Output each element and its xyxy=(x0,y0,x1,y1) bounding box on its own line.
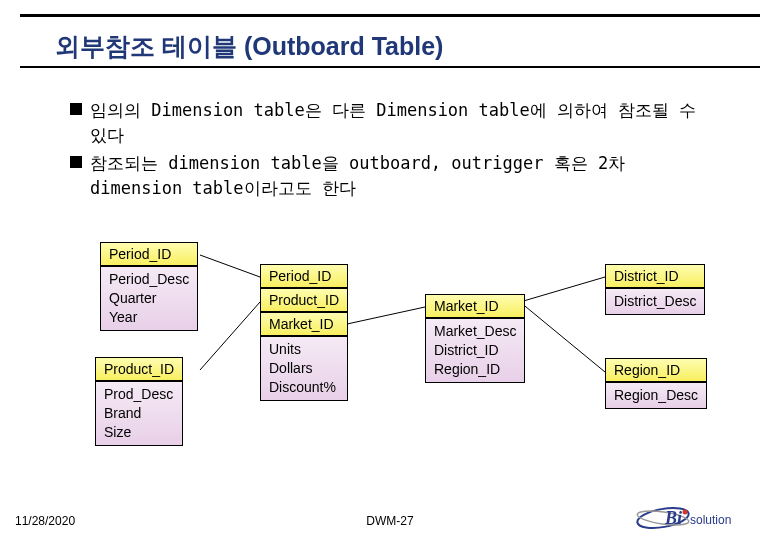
table-body: Region_Desc xyxy=(605,382,707,409)
period-table: Period_ID Period_Desc Quarter Year xyxy=(100,242,198,331)
region-table: Region_ID Region_Desc xyxy=(605,358,707,409)
table-header: District_ID xyxy=(605,264,705,288)
square-bullet-icon xyxy=(70,156,82,168)
logo-text-main: Bi xyxy=(664,508,682,528)
svg-line-1 xyxy=(200,302,260,370)
svg-line-0 xyxy=(200,255,260,277)
top-divider xyxy=(20,14,760,17)
title-underline xyxy=(20,66,760,68)
svg-line-4 xyxy=(520,302,605,372)
market-table: Market_ID Market_Desc District_ID Region… xyxy=(425,294,525,383)
footer-page-number: DWM-27 xyxy=(366,514,413,528)
er-diagram: Period_ID Period_Desc Quarter Year Produ… xyxy=(75,242,750,480)
bullet-text: 참조되는 dimension table을 outboard, outrigge… xyxy=(90,151,720,200)
table-body: Prod_Desc Brand Size xyxy=(95,381,183,446)
logo-text-sub: solution xyxy=(690,513,731,527)
bullet-list: 임의의 Dimension table은 다른 Dimension table에… xyxy=(70,98,720,205)
slide-title: 외부참조 테이블 (Outboard Table) xyxy=(55,30,443,63)
table-header: Region_ID xyxy=(605,358,707,382)
logo-dot-icon xyxy=(683,510,688,515)
square-bullet-icon xyxy=(70,103,82,115)
table-header: Period_ID xyxy=(100,242,198,266)
table-body: District_Desc xyxy=(605,288,705,315)
bullet-item: 임의의 Dimension table은 다른 Dimension table에… xyxy=(70,98,720,147)
footer-date: 11/28/2020 xyxy=(15,514,75,528)
table-row: Product_ID xyxy=(260,288,348,312)
table-header: Product_ID xyxy=(95,357,183,381)
bullet-item: 참조되는 dimension table을 outboard, outrigge… xyxy=(70,151,720,200)
svg-line-3 xyxy=(520,277,605,302)
table-row: Market_ID xyxy=(260,312,348,336)
table-header: Market_ID xyxy=(425,294,525,318)
bi-solution-logo: Bi solution xyxy=(635,504,755,532)
district-table: District_ID District_Desc xyxy=(605,264,705,315)
table-row: Period_ID xyxy=(260,264,348,288)
slide-footer: 11/28/2020 DWM-27 Bi solution xyxy=(0,502,780,540)
svg-line-2 xyxy=(347,307,425,324)
product-table: Product_ID Prod_Desc Brand Size xyxy=(95,357,183,446)
table-body: Units Dollars Discount% xyxy=(260,336,348,401)
bullet-text: 임의의 Dimension table은 다른 Dimension table에… xyxy=(90,98,720,147)
svg-point-5 xyxy=(636,505,690,532)
table-body: Period_Desc Quarter Year xyxy=(100,266,198,331)
table-body: Market_Desc District_ID Region_ID xyxy=(425,318,525,383)
fact-table: Period_ID Product_ID Market_ID Units Dol… xyxy=(260,264,348,401)
